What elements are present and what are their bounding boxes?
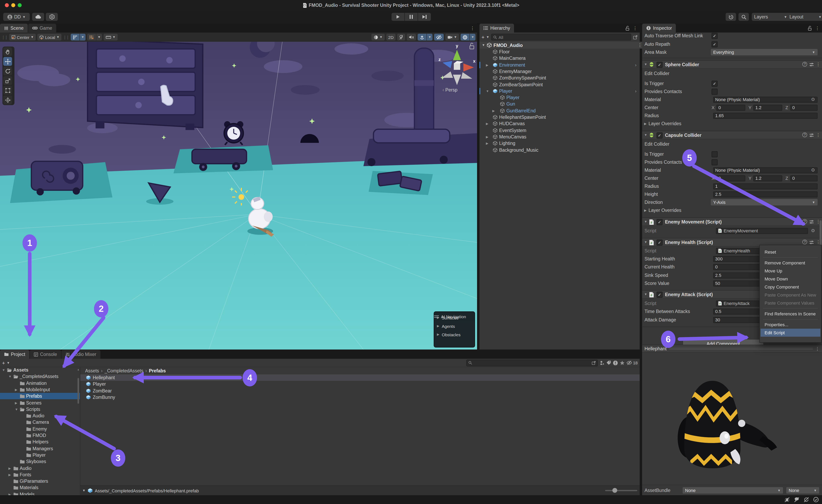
object-picker-icon[interactable]: ⊙ — [811, 228, 815, 233]
expand-arrow[interactable]: ▶ — [486, 63, 488, 67]
pivot-dropdown[interactable]: Center▼ — [9, 34, 36, 41]
object-picker-icon[interactable]: ⊙ — [811, 167, 815, 173]
hierarchy-item[interactable]: ▶Lighting — [479, 140, 640, 146]
tree-item-_completedassets[interactable]: ▼_CompletedAssets — [0, 373, 80, 380]
tab-project[interactable]: Project — [0, 350, 29, 359]
hierarchy-item[interactable]: ZomBearSpawnPoint — [479, 81, 640, 88]
audio-mute-toggle[interactable] — [407, 34, 416, 41]
lock-icon[interactable] — [808, 25, 812, 31]
add-object-button[interactable]: + — [481, 34, 484, 40]
component-header[interactable]: ▼✓Sphere Collider?⋮ — [642, 60, 822, 69]
component-header[interactable]: ▼✓Capsule Collider?⋮ — [642, 131, 822, 139]
checkbox[interactable]: ✓ — [712, 41, 718, 47]
foldout-arrow[interactable]: ▶ — [644, 208, 647, 212]
dropdown[interactable]: Y-Axis▼ — [711, 199, 818, 205]
move-tool-button[interactable] — [3, 57, 12, 66]
foldout-label[interactable]: Layer Overrides — [649, 208, 682, 213]
camera-settings-dropdown[interactable]: ▼ — [445, 34, 459, 41]
refresh-disabled-icon[interactable] — [804, 497, 809, 502]
lock-icon[interactable] — [625, 25, 630, 31]
persp-label[interactable]: ‹ Persp — [442, 87, 457, 92]
enabled-checkbox[interactable]: ✓ — [657, 62, 663, 68]
scene-visibility-toggle[interactable] — [434, 34, 444, 41]
expand-arrow[interactable]: ▶ — [492, 109, 495, 113]
assetbundle-variant-dropdown[interactable]: None▼ — [786, 487, 819, 494]
expand-arrow[interactable]: ▼ — [486, 89, 489, 93]
enabled-checkbox[interactable]: ✓ — [657, 132, 663, 138]
search-by-type-icon[interactable] — [600, 360, 605, 365]
menu-item-properties-[interactable]: Properties... — [761, 321, 820, 329]
tree-item-mobileinput[interactable]: ▶MobileInput — [0, 386, 80, 393]
search-everywhere-button[interactable] — [739, 13, 749, 21]
tab-scene[interactable]: Scene — [0, 24, 27, 33]
hierarchy-item[interactable]: ZomBunnySpawnPoint — [479, 75, 640, 81]
collapse-arrow[interactable]: ▼ — [644, 63, 647, 66]
menu-item-remove-component[interactable]: Remove Component — [761, 259, 820, 267]
scale-tool-button[interactable] — [3, 76, 12, 85]
help-icon[interactable]: ? — [802, 219, 807, 224]
hidden-count-toggle[interactable]: 18 — [627, 360, 638, 365]
hierarchy-item[interactable]: HellephantSpawnPoint — [479, 114, 640, 120]
tree-item-models[interactable]: ▶Models — [0, 491, 80, 495]
object-field[interactable]: None (Physic Material) — [713, 167, 818, 173]
presets-icon[interactable] — [809, 62, 814, 67]
pause-button[interactable] — [405, 13, 418, 21]
tree-item-helpers[interactable]: Helpers — [0, 439, 80, 445]
tree-item-giparamaters[interactable]: GiParamaters — [0, 478, 80, 484]
value-field[interactable]: 1.65 — [713, 113, 818, 119]
breadcrumb[interactable]: Assets› _CompletedAssets› Prefabs — [85, 368, 166, 374]
hierarchy-kebab-icon[interactable]: ⋮ — [633, 26, 637, 30]
cloud-button[interactable] — [32, 13, 44, 21]
checkbox[interactable] — [712, 151, 718, 157]
favorites-star-icon[interactable] — [620, 360, 625, 365]
ai-nav-agents[interactable]: ▶Agents — [437, 322, 475, 330]
tree-item-enemy[interactable]: Enemy — [0, 426, 80, 432]
shading-mode-dropdown[interactable]: ▼ — [371, 34, 385, 41]
important-filter-icon[interactable] — [613, 360, 618, 365]
tree-item-materials[interactable]: Materials — [0, 484, 80, 491]
checkbox[interactable]: ✓ — [712, 81, 718, 87]
help-icon[interactable]: ? — [802, 132, 807, 137]
gizmos-dropdown[interactable]: ▼ — [470, 34, 475, 41]
toolbar-grip2[interactable]: ❘❘ — [63, 35, 69, 39]
gizmos-toggle[interactable] — [461, 34, 469, 41]
create-asset-dropdown[interactable]: ▼ — [7, 361, 10, 365]
scene-row-kebab-icon[interactable]: ⋮ — [638, 43, 642, 47]
collapse-arrow[interactable]: ▼ — [644, 220, 647, 224]
hierarchy-search-input[interactable]: All — [491, 34, 631, 41]
lighting-toggle[interactable] — [397, 34, 405, 41]
checkbox[interactable] — [712, 89, 718, 95]
search-by-label-icon[interactable] — [606, 360, 611, 365]
hierarchy-item[interactable]: MainCamera — [479, 55, 640, 61]
vector-field[interactable]: 0 — [716, 175, 745, 181]
scene-header-row[interactable]: ▼ FMOD_Audio ⋮ — [479, 42, 645, 49]
ok-status-icon[interactable] — [813, 497, 819, 502]
space-dropdown[interactable]: Local▼ — [37, 34, 61, 41]
tree-item-audio[interactable]: ▶Audio — [0, 465, 80, 471]
tree-item-skyboxes[interactable]: Skyboxes — [0, 458, 80, 465]
expand-arrow[interactable]: ▶ — [8, 473, 11, 477]
file-item-zombear[interactable]: ZomBear — [80, 388, 640, 394]
tree-item-assets[interactable]: ▼Assets — [0, 367, 80, 373]
foldout-label[interactable]: Layer Overrides — [649, 121, 682, 126]
account-dropdown[interactable]: DD▼ — [3, 13, 30, 21]
vector-field[interactable]: 1.2 — [753, 105, 782, 111]
hierarchy-item[interactable]: Player — [479, 94, 640, 101]
tab-game[interactable]: Game — [28, 24, 56, 33]
script-field[interactable]: #EnemyMovement — [716, 228, 808, 234]
enabled-checkbox[interactable]: ✓ — [657, 240, 663, 246]
presets-icon[interactable] — [809, 240, 814, 245]
collapse-arrow[interactable]: ▼ — [644, 133, 647, 137]
layers-dropdown[interactable]: Layers▼ — [752, 13, 789, 21]
increment-snap-dropdown[interactable]: ▼ — [96, 34, 102, 41]
hierarchy-item[interactable]: EventSystem — [479, 127, 640, 134]
effects-dropdown[interactable]: ▼ — [427, 34, 432, 41]
undo-history-button[interactable] — [726, 13, 736, 21]
scene-menu-kebab-icon[interactable]: ⋮ — [470, 26, 475, 30]
checkbox[interactable] — [712, 159, 718, 165]
file-item-player[interactable]: Player — [80, 381, 640, 387]
vector-field[interactable]: 0 — [790, 105, 818, 111]
tree-item-managers[interactable]: Managers — [0, 445, 80, 452]
dropdown[interactable]: Everything▼ — [711, 49, 818, 55]
tree-item-fmod[interactable]: FMOD — [0, 432, 80, 439]
